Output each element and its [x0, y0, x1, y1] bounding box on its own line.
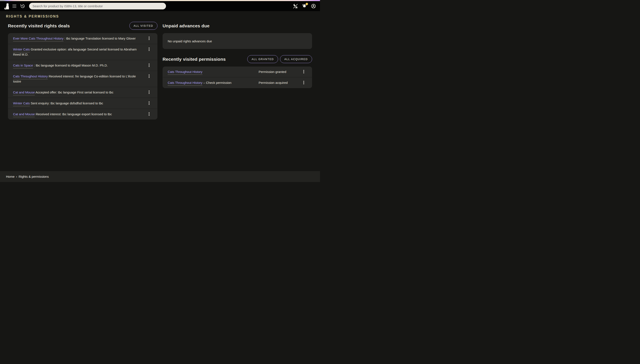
kebab-menu-button[interactable]: [146, 73, 152, 79]
breadcrumb-current: Rights & permissions: [18, 175, 49, 178]
topbar-right: [291, 2, 318, 10]
grid-apps-icon: [12, 4, 17, 8]
kebab-menu-button[interactable]: [146, 62, 152, 68]
deal-row: Cat and Mouse Received interest: tbc lan…: [8, 109, 158, 120]
right-column: Unpaid advances due No unpaid rights adv…: [162, 18, 312, 120]
permission-status: Permission acquired: [258, 80, 297, 85]
deals-heading: Recently visited rights deals: [8, 23, 70, 28]
deal-desc: Granted exclusive option: afa language S…: [13, 48, 137, 56]
deal-desc: : tbc language Translation licensed to M…: [64, 36, 136, 40]
deal-desc: : tbc language licensed to Abigail Mason…: [33, 64, 108, 67]
deal-row: Cat and Mouse Accepted offer: tbc langua…: [8, 87, 158, 98]
permission-row: Cats Throughout History – Check permissi…: [162, 78, 312, 88]
deals-card: Ever More Cats Throughout History : tbc …: [8, 33, 158, 120]
permissions-heading: Recently visited permissions: [162, 57, 226, 62]
kebab-menu-button[interactable]: [146, 111, 152, 117]
permission-link[interactable]: Cats Throughout History: [168, 81, 202, 84]
advances-heading: Unpaid advances due: [162, 23, 210, 28]
deal-link[interactable]: Cat and Mouse: [13, 90, 35, 94]
permission-link[interactable]: Cats Throughout History: [168, 70, 202, 74]
search-input[interactable]: [29, 3, 166, 10]
history-button[interactable]: [18, 2, 26, 10]
deal-link[interactable]: Winter Cats: [13, 101, 30, 105]
breadcrumb-separator: ›: [16, 175, 17, 178]
permissions-card: Cats Throughout History Permission grant…: [162, 66, 312, 88]
cat-logo[interactable]: [2, 2, 10, 10]
permission-suffix: – Check permission: [202, 81, 232, 84]
app-window: RIGHTS & PERMISSIONS Recently visited ri…: [0, 0, 320, 182]
deal-link[interactable]: Ever More Cats Throughout History: [13, 36, 64, 40]
permission-status: Permission granted: [258, 69, 297, 74]
apps-menu-button[interactable]: [10, 2, 18, 10]
advances-card: No unpaid rights advances due: [162, 33, 312, 49]
deal-desc: Sent enquiry: tbc language dsfsdfsd lice…: [30, 101, 103, 105]
deal-desc: Received interest: tbc language export l…: [35, 112, 112, 116]
advances-empty-message: No unpaid rights advances due: [168, 39, 212, 43]
kebab-menu-button[interactable]: [146, 100, 152, 106]
account-button[interactable]: [309, 2, 318, 10]
kebab-menu-button[interactable]: [301, 80, 306, 85]
main-content: RIGHTS & PERMISSIONS Recently visited ri…: [0, 14, 320, 120]
deal-row: Cats in Space : tbc language licensed to…: [8, 60, 158, 71]
deal-link[interactable]: Winter Cats: [13, 48, 30, 51]
deal-row: Winter Cats Sent enquiry: tbc language d…: [8, 98, 158, 109]
all-granted-button[interactable]: ALL GRANTED: [247, 55, 278, 63]
kebab-menu-button[interactable]: [301, 69, 306, 74]
cat-icon: [4, 2, 9, 10]
deal-row: Ever More Cats Throughout History : tbc …: [8, 33, 158, 44]
notifications-button[interactable]: [300, 2, 308, 10]
deal-row: Winter Cats Granted exclusive option: af…: [8, 44, 158, 60]
deal-link[interactable]: Cat and Mouse: [13, 112, 35, 116]
breadcrumb-home-link[interactable]: Home: [6, 175, 14, 178]
deal-row: Cats Throughout History Received interes…: [8, 71, 158, 87]
deal-link[interactable]: Cats Throughout History: [13, 74, 48, 78]
deal-desc: Accepted offer: tbc language First seria…: [35, 90, 113, 94]
breadcrumb: Home › Rights & permissions: [0, 171, 320, 182]
kebab-menu-button[interactable]: [146, 36, 152, 41]
all-acquired-button[interactable]: ALL ACQUIRED: [280, 55, 312, 63]
account-circle-icon: [311, 4, 316, 9]
deal-link[interactable]: Cats in Space: [13, 64, 33, 67]
kebab-menu-button[interactable]: [146, 46, 152, 52]
notification-badge: [306, 3, 308, 5]
deals-section: Recently visited rights deals ALL VISITE…: [8, 18, 158, 120]
kebab-menu-button[interactable]: [146, 90, 152, 95]
theme-toggle-moon-sun-slash-icon: [293, 4, 298, 9]
topbar: [0, 1, 320, 11]
page-title: RIGHTS & PERMISSIONS: [6, 14, 312, 18]
history-clock-icon: [20, 4, 25, 8]
theme-toggle-button[interactable]: [291, 2, 300, 10]
permission-row: Cats Throughout History Permission grant…: [162, 66, 312, 78]
all-visited-button[interactable]: ALL VISITED: [130, 22, 158, 30]
